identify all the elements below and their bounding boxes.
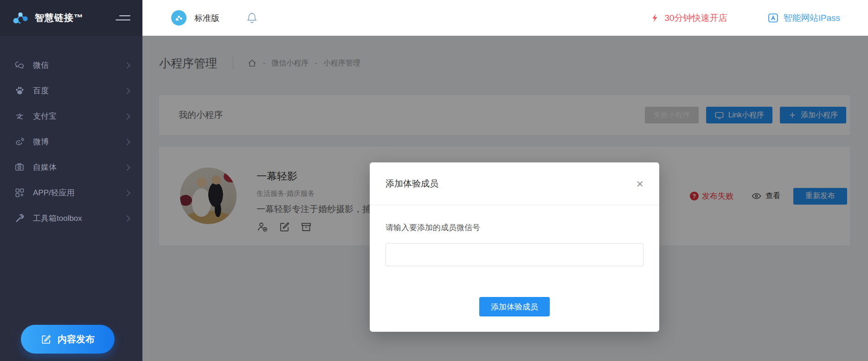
sidebar-nav: 微信 百度 bbox=[0, 52, 142, 231]
sidebar-item-label: 支付宝 bbox=[33, 111, 57, 122]
sidebar-item-weibo[interactable]: 微博 bbox=[0, 129, 142, 155]
letter-a-badge-icon bbox=[767, 12, 779, 24]
notification-bell-icon[interactable] bbox=[245, 12, 258, 25]
chevron-right-icon bbox=[124, 62, 130, 68]
modal-header: 添加体验成员 × bbox=[370, 162, 659, 205]
logo-title: 智慧链接™ bbox=[35, 12, 84, 24]
edit-icon bbox=[41, 334, 51, 345]
weibo-icon bbox=[14, 136, 25, 147]
sidebar-item-app[interactable]: APP/轻应用 bbox=[0, 180, 142, 206]
content-publish-button[interactable]: 内容发布 bbox=[21, 325, 115, 354]
toolbox-icon bbox=[14, 213, 25, 224]
chevron-right-icon bbox=[124, 113, 130, 119]
wechat-id-input[interactable] bbox=[386, 243, 643, 266]
alipay-icon bbox=[14, 111, 25, 122]
sidebar-item-label: 工具箱toolbox bbox=[33, 213, 82, 224]
sidebar-item-label: 百度 bbox=[33, 85, 49, 96]
lightning-icon bbox=[650, 13, 660, 23]
ipass-link[interactable]: 智能网站iPass bbox=[767, 12, 840, 24]
sidebar-header: 智慧链接™ bbox=[0, 0, 142, 36]
sidebar-item-wechat[interactable]: 微信 bbox=[0, 52, 142, 78]
collapse-menu-icon[interactable] bbox=[116, 13, 130, 22]
chevron-right-icon bbox=[124, 215, 130, 221]
chevron-right-icon bbox=[124, 138, 130, 145]
content-publish-label: 内容发布 bbox=[58, 333, 95, 346]
ipass-label: 智能网站iPass bbox=[784, 12, 840, 24]
logo-icon bbox=[12, 10, 29, 26]
topbar-right: 30分钟快速开店 智能网站iPass bbox=[650, 12, 840, 24]
baidu-icon bbox=[14, 85, 25, 96]
sidebar-item-label: 自媒体 bbox=[33, 162, 57, 173]
topbar: 标准版 30分钟快速开店 智能网站iPass bbox=[142, 0, 868, 36]
chevron-right-icon bbox=[124, 189, 130, 196]
sidebar-item-alipay[interactable]: 支付宝 bbox=[0, 103, 142, 129]
add-tester-modal: 添加体验成员 × 请输入要添加的成员微信号 添加体验成员 bbox=[370, 162, 659, 332]
chevron-right-icon bbox=[124, 87, 130, 94]
plan-badge-icon bbox=[171, 10, 186, 26]
modal-body: 请输入要添加的成员微信号 bbox=[370, 205, 659, 266]
sidebar-item-label: 微信 bbox=[33, 60, 49, 71]
plan-badge-label: 标准版 bbox=[194, 13, 219, 24]
close-icon[interactable]: × bbox=[637, 178, 643, 190]
wechat-id-label: 请输入要添加的成员微信号 bbox=[386, 222, 643, 233]
sidebar-item-media[interactable]: 自媒体 bbox=[0, 155, 142, 180]
sidebar-item-label: APP/轻应用 bbox=[33, 187, 75, 198]
media-icon bbox=[14, 162, 25, 173]
app-icon bbox=[14, 187, 25, 198]
sidebar-item-baidu[interactable]: 百度 bbox=[0, 78, 142, 103]
quick-open-store-label: 30分钟快速开店 bbox=[664, 12, 727, 24]
modal-title: 添加体验成员 bbox=[386, 178, 438, 190]
wechat-icon bbox=[14, 60, 25, 71]
sidebar-item-label: 微博 bbox=[33, 136, 49, 147]
add-tester-submit-button[interactable]: 添加体验成员 bbox=[479, 297, 550, 316]
sidebar-item-toolbox[interactable]: 工具箱toolbox bbox=[0, 206, 142, 231]
chevron-right-icon bbox=[124, 164, 130, 170]
sidebar: 智慧链接™ 微信 百度 bbox=[0, 0, 142, 361]
quick-open-store-link[interactable]: 30分钟快速开店 bbox=[650, 12, 727, 24]
